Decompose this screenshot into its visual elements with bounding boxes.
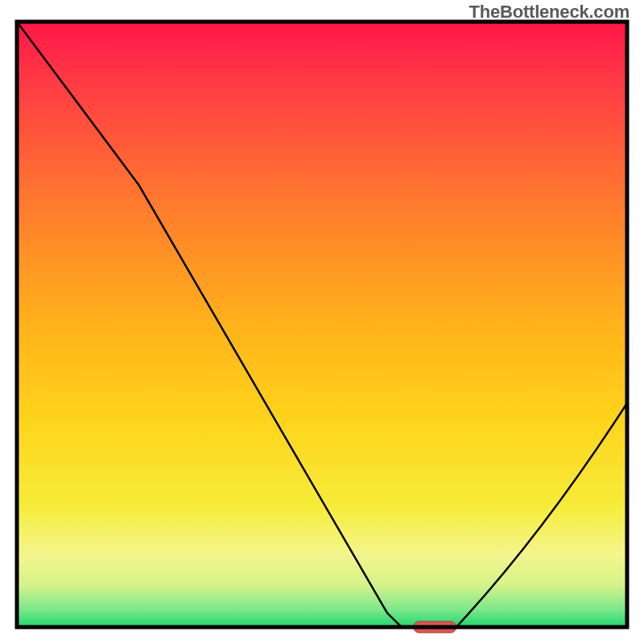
plot-background [17, 22, 627, 627]
chart-svg [0, 0, 644, 644]
chart-frame: { "attribution": "TheBottleneck.com", "c… [0, 0, 644, 644]
